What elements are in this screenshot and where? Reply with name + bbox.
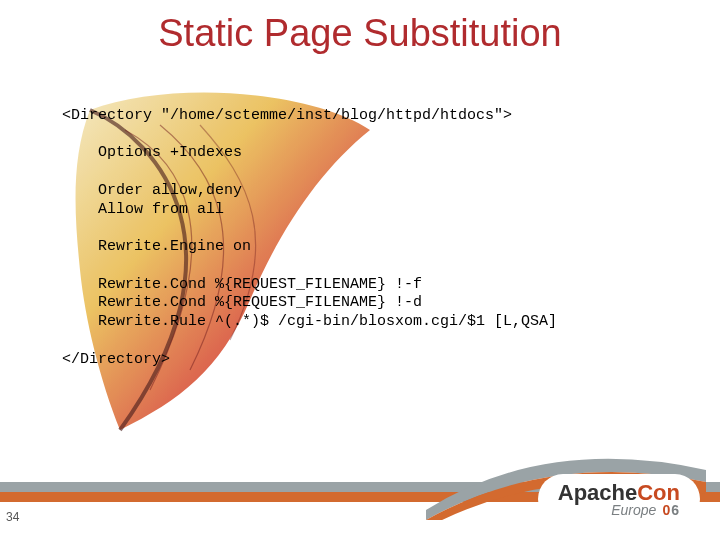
logo-year: 06 (662, 502, 680, 518)
code-line: </Directory> (62, 351, 170, 368)
code-line: <Directory "/home/sctemme/inst/blog/http… (62, 107, 512, 124)
code-line: Rewrite.Cond %{REQUEST_FILENAME} !-d (62, 294, 422, 311)
code-line: Rewrite.Cond %{REQUEST_FILENAME} !-f (62, 276, 422, 293)
page-number: 34 (6, 510, 19, 524)
code-line: Options +Indexes (62, 144, 242, 161)
logo-year-a: 0 (662, 502, 671, 518)
logo-year-b: 6 (671, 502, 680, 518)
code-line: Order allow,deny (62, 182, 242, 199)
slide-title: Static Page Substitution (0, 12, 720, 55)
conference-logo: ApacheCon Europe 06 (540, 476, 698, 522)
logo-brand: ApacheCon (558, 482, 680, 504)
code-line: Rewrite.Rule ^(.*)$ /cgi-bin/blosxom.cgi… (62, 313, 557, 330)
slide: Static Page Substitution <Directory "/ho… (0, 0, 720, 540)
code-line: Rewrite.Engine on (62, 238, 251, 255)
code-line: Allow from all (62, 201, 224, 218)
code-block: <Directory "/home/sctemme/inst/blog/http… (62, 88, 690, 369)
logo-sub-text: Europe (611, 502, 656, 518)
